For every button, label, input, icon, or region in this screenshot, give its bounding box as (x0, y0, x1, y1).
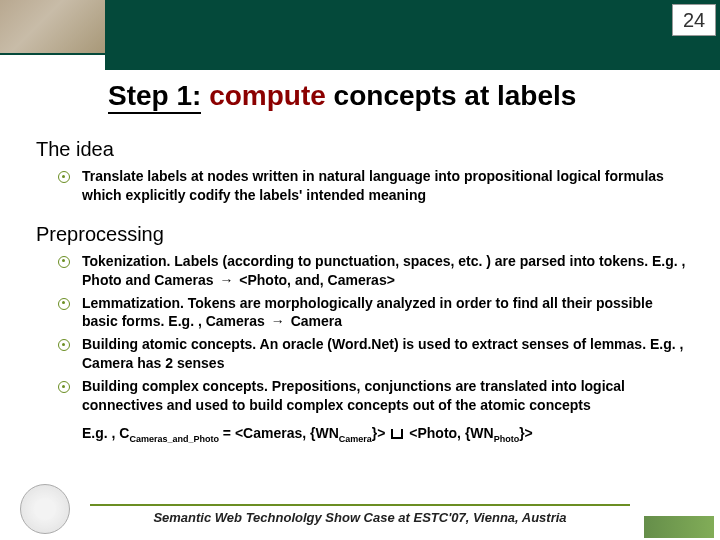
footer-divider (90, 504, 630, 506)
arrow-icon: → (269, 312, 287, 331)
slide-title: Step 1: compute concepts at labels (108, 80, 576, 112)
list-item: Lemmatization. Tokens are morphologicall… (76, 294, 690, 332)
example-text: }> (519, 425, 533, 441)
arrow-icon: → (217, 271, 235, 290)
subscript: Cameras_and_Photo (129, 434, 219, 444)
example-text: <Photo, {WN (405, 425, 493, 441)
footer-logo-right (644, 516, 714, 538)
section-idea-heading: The idea (36, 138, 690, 161)
slide-footer: Semantic Web Technololgy Show Case at ES… (0, 496, 720, 540)
list-item: Building complex concepts. Prepositions,… (76, 377, 690, 415)
bullet-text: <Photo, and, Cameras> (235, 272, 395, 288)
list-item: Tokenization. Labels (according to punct… (76, 252, 690, 290)
section-preprocessing-heading: Preprocessing (36, 223, 690, 246)
list-item: Building atomic concepts. An oracle (Wor… (76, 335, 690, 373)
header-thumbnail (0, 0, 105, 55)
example-formula: E.g. , CCameras_and_Photo = <Cameras, {W… (36, 423, 690, 446)
slide-header: 24 (0, 0, 720, 80)
bullet-text: Lemmatization. Tokens are morphologicall… (82, 295, 653, 330)
title-accent: compute (209, 80, 326, 111)
footer-text: Semantic Web Technololgy Show Case at ES… (0, 510, 720, 525)
header-banner: 24 (105, 0, 720, 70)
title-step: Step 1: (108, 80, 201, 114)
sqcap-icon (391, 429, 403, 439)
title-rest-text: concepts at labels (334, 80, 577, 111)
subscript: Camera (339, 434, 372, 444)
slide-content: The idea Translate labels at nodes writt… (36, 128, 690, 446)
preprocessing-bullets: Tokenization. Labels (according to punct… (36, 252, 690, 415)
list-item: Translate labels at nodes written in nat… (76, 167, 690, 205)
idea-bullets: Translate labels at nodes written in nat… (36, 167, 690, 205)
page-number: 24 (672, 4, 716, 36)
example-text: = <Cameras, {WN (219, 425, 339, 441)
bullet-text: Camera (287, 313, 342, 329)
subscript: Photo (494, 434, 520, 444)
footer-logo-left (20, 484, 70, 534)
example-text: E.g. , C (82, 425, 129, 441)
example-text: }> (372, 425, 390, 441)
